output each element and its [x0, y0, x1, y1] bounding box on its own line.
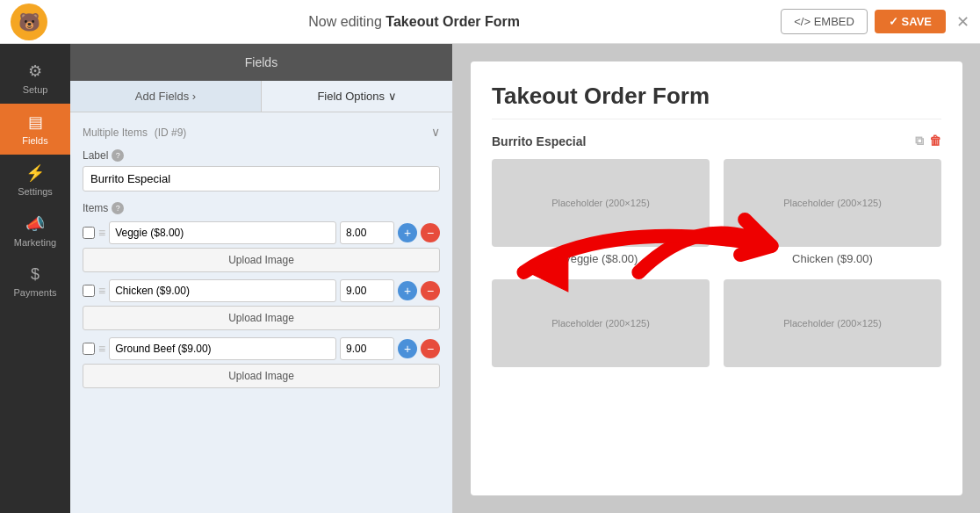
preview-content: Takeout Order Form Burrito Especial ⧉ 🗑	[453, 44, 980, 513]
item-2-name-input[interactable]	[109, 279, 336, 302]
item-row-3: ≡ + − Upload Image	[83, 337, 440, 388]
sidebar-item-fields[interactable]: ▤ Fields	[0, 104, 70, 155]
product-card-1: Placeholder (200×125) Veggie ($8.00)	[492, 159, 710, 265]
product-placeholder-2: Placeholder (200×125)	[724, 159, 941, 247]
item-2-drag-handle[interactable]: ≡	[98, 284, 105, 298]
item-row-2: ≡ + − Upload Image	[83, 279, 440, 330]
product-section: Burrito Especial ⧉ 🗑 Placeholder (200×12…	[492, 134, 941, 372]
placeholder-label-1: Placeholder (200×125)	[551, 198, 650, 208]
item-2-upload-button[interactable]: Upload Image	[83, 306, 440, 330]
item-row-2-top: ≡ + −	[83, 279, 440, 302]
product-section-header: Burrito Especial ⧉ 🗑	[492, 134, 941, 148]
placeholder-label-3: Placeholder (200×125)	[551, 318, 650, 329]
item-3-upload-button[interactable]: Upload Image	[83, 364, 440, 388]
field-id-value: (ID #9)	[155, 126, 187, 139]
payments-icon: $	[31, 265, 40, 284]
item-3-price-input[interactable]	[340, 337, 394, 360]
main-layout: ⚙ Setup ▤ Fields ⚡ Settings 📣 Marketing …	[0, 44, 980, 513]
top-bar: 🐻 Now editing Takeout Order Form </> EMB…	[0, 0, 980, 44]
section-title: Burrito Especial	[492, 134, 586, 148]
field-id-label: Multiple Items (ID #9)	[83, 126, 186, 139]
product-placeholder-4: Placeholder (200×125)	[724, 279, 941, 367]
copy-icon[interactable]: ⧉	[915, 134, 924, 148]
item-3-upload-label: Upload Image	[228, 370, 294, 382]
item-1-checkbox[interactable]	[83, 227, 95, 239]
item-2-checkbox[interactable]	[83, 285, 95, 297]
label-input[interactable]	[83, 166, 440, 191]
sidebar-item-payments[interactable]: $ Payments	[0, 256, 70, 307]
item-1-remove-button[interactable]: −	[421, 223, 440, 242]
item-3-name-input[interactable]	[109, 337, 336, 360]
sidebar-label-marketing: Marketing	[14, 237, 56, 248]
item-1-price-input[interactable]	[340, 221, 394, 244]
top-bar-actions: </> EMBED ✓ SAVE ✕	[781, 9, 969, 34]
field-collapse-icon[interactable]: ∨	[431, 125, 440, 139]
field-options-tab-label: Field Options ∨	[317, 90, 396, 103]
item-row-1-top: ≡ + −	[83, 221, 440, 244]
fields-top-bar: Fields	[70, 44, 452, 81]
item-3-add-button[interactable]: +	[398, 339, 417, 358]
marketing-icon: 📣	[25, 214, 45, 234]
logo: 🐻	[11, 4, 47, 40]
sidebar-label-setup: Setup	[23, 84, 48, 95]
embed-button[interactable]: </> EMBED	[781, 9, 868, 34]
label-section-title: Label	[83, 149, 108, 162]
product-card-2: Placeholder (200×125) Chicken ($9.00)	[724, 159, 941, 265]
label-section-header: Label ?	[83, 149, 440, 162]
settings-icon: ⚡	[25, 163, 45, 183]
tab-field-options[interactable]: Field Options ∨	[262, 81, 452, 112]
panel-tabs: Add Fields › Field Options ∨	[70, 81, 452, 112]
add-fields-tab-label: Add Fields ›	[135, 90, 196, 103]
item-1-name-input[interactable]	[109, 221, 336, 244]
fields-top-label: Fields	[245, 55, 277, 69]
product-name-1: Veggie ($8.00)	[564, 252, 638, 265]
form-name: Takeout Order Form	[386, 14, 520, 29]
sidebar-item-setup[interactable]: ⚙ Setup	[0, 53, 70, 104]
sidebar-item-marketing[interactable]: 📣 Marketing	[0, 206, 70, 256]
items-section-header: Items ?	[83, 202, 440, 214]
close-button[interactable]: ✕	[956, 12, 969, 32]
item-2-upload-label: Upload Image	[228, 312, 294, 324]
field-options-panel: Fields Add Fields › Field Options ∨ Mult…	[70, 44, 453, 513]
form-preview-title: Takeout Order Form	[492, 83, 941, 110]
field-type-label: Multiple Items	[83, 126, 148, 139]
logo-bear: 🐻	[11, 4, 47, 40]
sidebar-label-payments: Payments	[14, 287, 57, 298]
sidebar-item-settings[interactable]: ⚡ Settings	[0, 155, 70, 206]
preview-area: Takeout Order Form Burrito Especial ⧉ 🗑	[453, 44, 980, 513]
product-placeholder-1: Placeholder (200×125)	[492, 159, 710, 247]
product-card-3: Placeholder (200×125)	[492, 279, 710, 372]
section-actions: ⧉ 🗑	[915, 134, 941, 148]
item-1-add-button[interactable]: +	[398, 223, 417, 242]
form-editing-title: Now editing Takeout Order Form	[308, 14, 520, 30]
item-2-price-input[interactable]	[340, 279, 394, 302]
item-3-drag-handle[interactable]: ≡	[98, 342, 105, 356]
form-divider	[492, 119, 941, 119]
tab-add-fields[interactable]: Add Fields ›	[70, 81, 262, 112]
item-1-drag-handle[interactable]: ≡	[98, 226, 105, 240]
delete-icon[interactable]: 🗑	[929, 134, 941, 148]
product-placeholder-3: Placeholder (200×125)	[492, 279, 710, 367]
item-row-3-top: ≡ + −	[83, 337, 440, 360]
form-preview: Takeout Order Form Burrito Especial ⧉ 🗑	[471, 61, 962, 495]
items-section-title: Items	[83, 202, 108, 214]
setup-icon: ⚙	[28, 61, 42, 81]
product-grid: Placeholder (200×125) Veggie ($8.00) Pla…	[492, 159, 941, 372]
label-help-icon[interactable]: ?	[112, 149, 124, 162]
placeholder-label-2: Placeholder (200×125)	[783, 198, 882, 208]
item-3-checkbox[interactable]	[83, 343, 95, 355]
item-1-upload-label: Upload Image	[228, 254, 294, 266]
sidebar-label-fields: Fields	[22, 135, 47, 146]
editing-label: Now editing	[308, 14, 382, 29]
sidebar-label-settings: Settings	[18, 186, 53, 197]
items-help-icon[interactable]: ?	[112, 202, 124, 214]
panel-content: Multiple Items (ID #9) ∨ Label ? Items ?	[70, 112, 452, 499]
item-2-add-button[interactable]: +	[398, 281, 417, 300]
field-id-row: Multiple Items (ID #9) ∨	[83, 125, 440, 139]
item-3-remove-button[interactable]: −	[421, 339, 440, 358]
save-button[interactable]: ✓ SAVE	[875, 10, 946, 33]
fields-icon: ▤	[28, 112, 43, 132]
item-1-upload-button[interactable]: Upload Image	[83, 248, 440, 272]
product-card-4: Placeholder (200×125)	[724, 279, 941, 372]
item-2-remove-button[interactable]: −	[421, 281, 440, 300]
